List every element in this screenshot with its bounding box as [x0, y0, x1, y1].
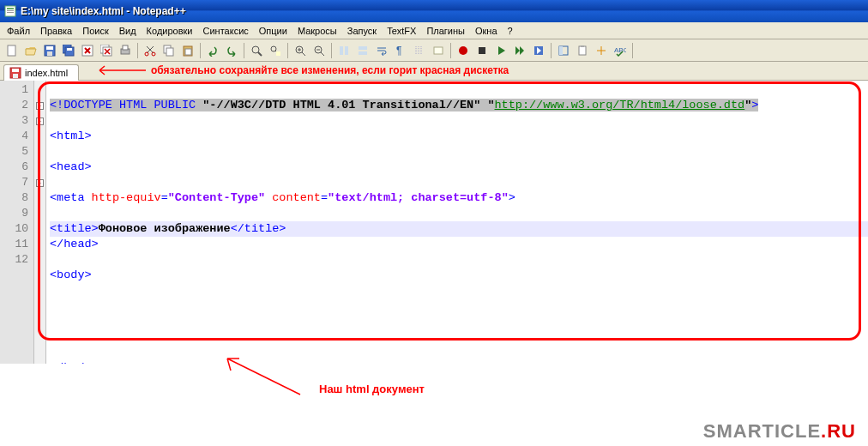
- stop-macro-icon[interactable]: [473, 42, 491, 59]
- svg-rect-27: [340, 46, 343, 55]
- close-icon[interactable]: [79, 42, 96, 59]
- svg-text:ABC: ABC: [614, 46, 626, 54]
- window-title: E:\my site\index.html - Notepad++: [21, 5, 186, 17]
- menu-macros[interactable]: Макросы: [292, 24, 342, 38]
- svg-rect-21: [185, 49, 191, 55]
- menu-edit[interactable]: Правка: [35, 24, 77, 38]
- svg-rect-19: [166, 48, 173, 56]
- svg-rect-38: [579, 46, 586, 55]
- zoom-in-icon[interactable]: [292, 42, 309, 59]
- unsaved-file-icon: [9, 67, 21, 79]
- menu-syntax[interactable]: Синтаксис: [198, 24, 254, 38]
- toolbar-separator: [244, 43, 244, 58]
- annotation-doc-hint: Наш html документ: [214, 352, 425, 399]
- cut-icon[interactable]: [142, 42, 159, 59]
- arrow-left-icon: [94, 64, 146, 76]
- menu-windows[interactable]: Окна: [470, 24, 503, 38]
- svg-rect-32: [434, 47, 443, 54]
- indent-guide-icon[interactable]: [411, 42, 428, 59]
- toolbar-separator: [331, 43, 332, 58]
- svg-rect-24: [276, 51, 280, 56]
- print-icon[interactable]: [117, 42, 134, 59]
- save-icon[interactable]: [41, 42, 58, 59]
- show-func-icon[interactable]: [593, 42, 610, 59]
- open-file-icon[interactable]: [22, 42, 39, 59]
- menu-encoding[interactable]: Кодировки: [142, 24, 198, 38]
- fold-column[interactable]: − − │││ − ││││: [34, 81, 46, 364]
- code-content[interactable]: <!DOCTYPE HTML PUBLIC "-//W3C//DTD HTML …: [46, 81, 868, 364]
- menu-help[interactable]: ?: [503, 24, 518, 38]
- svg-rect-34: [479, 47, 485, 54]
- toolbar-separator: [632, 43, 633, 58]
- user-lang-icon[interactable]: [430, 42, 447, 59]
- annotation-save-hint: обязательно сохраняйте все изменения, ес…: [94, 64, 509, 76]
- replace-icon[interactable]: [267, 42, 284, 59]
- svg-rect-6: [46, 46, 53, 50]
- svg-point-33: [459, 46, 467, 55]
- undo-icon[interactable]: [204, 42, 221, 59]
- svg-text:¶: ¶: [396, 45, 401, 57]
- wordwrap-icon[interactable]: [373, 42, 390, 59]
- sync-vscroll-icon[interactable]: [335, 42, 353, 59]
- toggle-panel-icon[interactable]: [555, 42, 572, 59]
- fold-toggle-icon[interactable]: −: [36, 102, 44, 110]
- toolbar-separator: [200, 43, 201, 58]
- tab-index-html[interactable]: index.html: [3, 64, 79, 81]
- play-macro-icon[interactable]: [492, 42, 509, 59]
- toolbar-separator: [137, 43, 138, 58]
- svg-point-22: [252, 46, 259, 53]
- menu-options[interactable]: Опции: [254, 24, 292, 38]
- menu-plugins[interactable]: Плагины: [421, 24, 470, 38]
- close-all-icon[interactable]: [98, 42, 115, 59]
- fold-toggle-icon[interactable]: −: [36, 118, 44, 125]
- svg-rect-39: [581, 45, 584, 47]
- spellcheck-icon[interactable]: ABC: [612, 42, 629, 59]
- tab-label: index.html: [25, 68, 68, 78]
- arrow-up-left-icon: [214, 352, 309, 399]
- svg-rect-28: [345, 46, 348, 55]
- clipboard-icon[interactable]: [574, 42, 591, 59]
- title-bar: E:\my site\index.html - Notepad++: [0, 0, 868, 22]
- save-all-icon[interactable]: [60, 42, 77, 59]
- svg-rect-15: [123, 45, 128, 50]
- svg-rect-4: [8, 45, 15, 56]
- watermark: SMARTICLE.RU: [703, 420, 856, 443]
- menu-run[interactable]: Запуск: [342, 24, 382, 38]
- toolbar-separator: [450, 43, 451, 58]
- play-multi-icon[interactable]: [511, 42, 528, 59]
- redo-icon[interactable]: [223, 42, 240, 59]
- tab-bar: index.html обязательно сохраняйте все из…: [0, 62, 868, 81]
- zoom-out-icon[interactable]: [310, 42, 328, 59]
- fold-toggle-icon[interactable]: −: [36, 179, 44, 187]
- svg-rect-30: [359, 51, 367, 55]
- find-icon[interactable]: [248, 42, 265, 59]
- menu-textfx[interactable]: TextFX: [382, 24, 421, 38]
- new-file-icon[interactable]: [3, 42, 21, 59]
- menu-file[interactable]: Файл: [2, 24, 35, 38]
- toolbar-separator: [551, 43, 552, 58]
- show-all-chars-icon[interactable]: ¶: [392, 42, 409, 59]
- app-icon: [3, 4, 17, 18]
- svg-rect-29: [359, 46, 367, 50]
- editor-area[interactable]: 123 456 789 101112 − − │││ − ││││ <!DOCT…: [0, 81, 868, 364]
- svg-rect-2: [7, 10, 14, 11]
- svg-rect-1: [7, 8, 14, 9]
- save-macro-icon[interactable]: [530, 42, 547, 59]
- svg-rect-42: [12, 69, 19, 72]
- copy-icon[interactable]: [160, 42, 178, 59]
- record-macro-icon[interactable]: [455, 42, 472, 59]
- svg-rect-10: [67, 48, 72, 51]
- svg-rect-7: [47, 51, 52, 56]
- sync-hscroll-icon[interactable]: [354, 42, 371, 59]
- svg-rect-37: [559, 46, 563, 55]
- line-gutter: 123 456 789 101112: [0, 81, 34, 364]
- toolbar: ¶ ABC: [0, 39, 868, 62]
- svg-rect-3: [7, 12, 14, 13]
- svg-rect-43: [13, 74, 18, 78]
- menu-bar: Файл Правка Поиск Вид Кодировки Синтакси…: [0, 22, 868, 39]
- paste-icon[interactable]: [179, 42, 196, 59]
- menu-view[interactable]: Вид: [114, 24, 142, 38]
- toolbar-separator: [287, 43, 288, 58]
- menu-search[interactable]: Поиск: [77, 24, 113, 38]
